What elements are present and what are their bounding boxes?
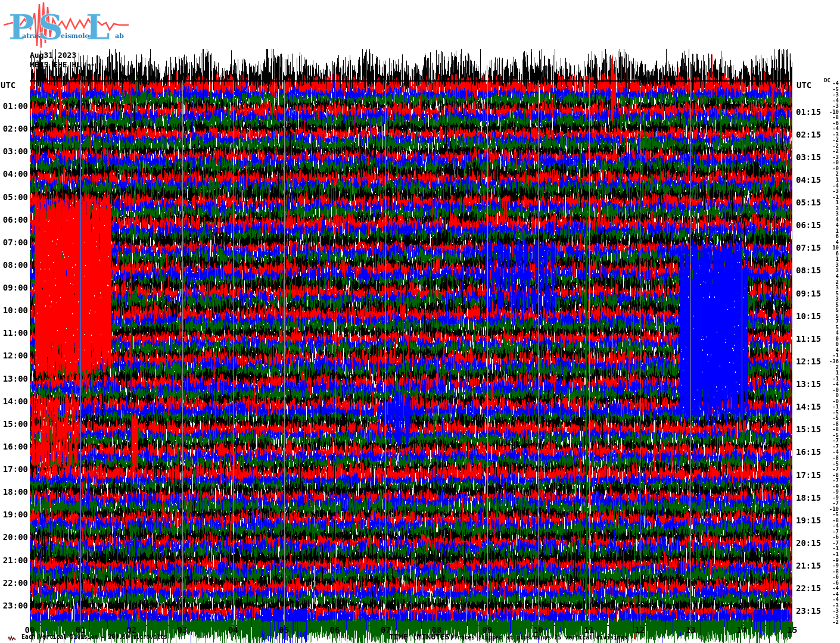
logo-letter-p: P — [8, 7, 35, 48]
right-axis-title: UTC — [797, 81, 811, 89]
station-label: MET5 EHE HL -- — [30, 61, 95, 68]
clip-note: Traces clipped at plus/minus 25 vertical… — [454, 635, 627, 641]
left-axis-title: UTC — [1, 81, 15, 89]
seismogram-canvas — [0, 0, 840, 643]
psl-logo: P atras S eismology L ab — [4, 1, 129, 52]
dc-column-label: DC — [824, 78, 830, 83]
x-axis-label: TIME (MINUTES) — [389, 633, 455, 641]
logo-letter-s: S — [38, 7, 63, 48]
date-label: Aug31,2023 — [30, 51, 76, 59]
helicorder-page: P atras S eismology L ab Aug31,2023 MET5… — [0, 0, 840, 643]
logo-word-ab: ab — [115, 32, 124, 40]
logo-letter-l: L — [86, 7, 110, 48]
scale-note: Each Vertical Division = 200.00 microvol… — [21, 634, 167, 640]
mini-seismo-icon — [8, 635, 16, 641]
